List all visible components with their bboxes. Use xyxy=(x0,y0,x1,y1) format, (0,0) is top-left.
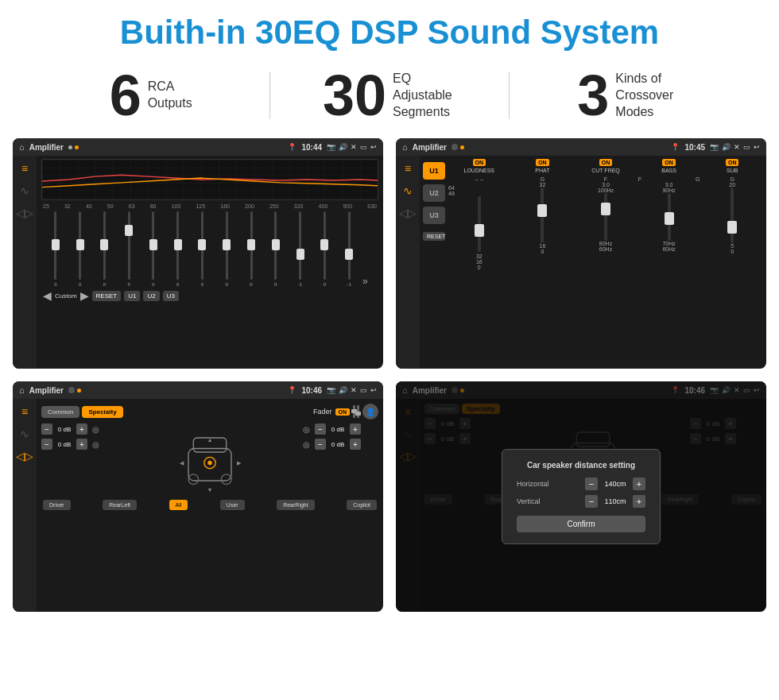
u1-button[interactable]: U1 xyxy=(124,291,140,301)
vol-minus-2[interactable]: − xyxy=(41,439,52,450)
eq-icon[interactable]: ≡ xyxy=(21,162,28,175)
vertical-plus-btn[interactable]: + xyxy=(633,495,645,508)
prev-icon[interactable]: ◀ xyxy=(43,289,52,302)
vol-minus-1[interactable]: − xyxy=(41,423,52,435)
slider-13[interactable]: -1 xyxy=(338,211,360,287)
slider-12[interactable]: 0 xyxy=(313,211,335,287)
wave-icon-2[interactable]: ∿ xyxy=(403,184,413,197)
home-icon-2[interactable]: ⌂ xyxy=(402,142,408,152)
speaker-icon-l2: ◎ xyxy=(92,440,99,449)
camera-icon: 📷 xyxy=(327,143,335,151)
slider-8[interactable]: 0 xyxy=(215,211,238,287)
slider-1[interactable]: 0 xyxy=(45,211,67,287)
stat-number-crossover: 3 xyxy=(577,67,609,124)
topbar-title-fader: Amplifier xyxy=(29,386,64,395)
profile-icon[interactable]: 👤 xyxy=(362,404,378,420)
slider-9[interactable]: 0 xyxy=(240,211,262,287)
cc-cutfreq: ON CUT FREQ F 3.0 100Hz 80Hz 60Hz xyxy=(575,159,637,365)
driver-btn[interactable]: Driver xyxy=(43,500,71,510)
vol-plus-2[interactable]: + xyxy=(76,439,87,450)
stat-number-rca: 6 xyxy=(110,67,141,124)
expand-icon[interactable]: » xyxy=(362,276,375,287)
fader-inner: Common Specialty Fader ON xyxy=(37,399,383,515)
eq-graph xyxy=(41,159,378,200)
home-icon-3[interactable]: ⌂ xyxy=(19,385,25,395)
u1-btn[interactable]: U1 xyxy=(423,162,445,180)
next-icon[interactable]: ▶ xyxy=(80,289,89,302)
vol-plus-1[interactable]: + xyxy=(76,423,87,435)
cc-sub: ON SUB G 20 5 0 xyxy=(701,159,763,365)
reset-button[interactable]: RESET xyxy=(92,291,122,301)
eq-content: 2532405063 80100125160200 25032040050063… xyxy=(37,156,383,369)
topbar-title-crossover: Amplifier xyxy=(413,143,447,152)
window-icon-3: ▭ xyxy=(360,386,367,394)
home-icon[interactable]: ⌂ xyxy=(19,142,25,152)
u3-button[interactable]: U3 xyxy=(163,291,179,301)
vol-plus-3[interactable]: + xyxy=(350,423,361,435)
wave-icon[interactable]: ∿ xyxy=(20,184,29,197)
horizontal-minus-btn[interactable]: − xyxy=(585,478,598,490)
horizontal-plus-btn[interactable]: + xyxy=(633,478,645,490)
vol-minus-4[interactable]: − xyxy=(315,439,326,450)
slider-3[interactable]: 0 xyxy=(94,211,116,287)
dialog-overlay: Car speaker distance setting Horizontal … xyxy=(396,381,766,612)
eq-icon-2[interactable]: ≡ xyxy=(405,162,411,175)
dialog-horizontal-row: Horizontal − 140cm + xyxy=(517,478,645,490)
car-diagram-area: ▲ ▼ ◀ ▶ xyxy=(122,423,298,495)
vol-plus-4[interactable]: + xyxy=(350,439,361,450)
vol-minus-3[interactable]: − xyxy=(315,423,326,435)
camera-icon-2: 📷 xyxy=(710,143,719,151)
close-icon-3: ✕ xyxy=(351,386,357,394)
slider-6[interactable]: 0 xyxy=(167,211,189,287)
u2-btn[interactable]: U2 xyxy=(423,184,445,202)
speaker-icon-2[interactable]: ◁▷ xyxy=(399,207,417,219)
back-icon-2: ↩ xyxy=(754,143,760,151)
left-sidebar-crossover: ≡ ∿ ◁▷ xyxy=(396,156,420,369)
speaker-icon[interactable]: ◁▷ xyxy=(16,207,33,219)
slider-2[interactable]: 0 xyxy=(69,211,91,287)
tab-specialty[interactable]: Specialty xyxy=(82,406,122,418)
slider-4[interactable]: 5 xyxy=(118,211,140,287)
location-icon-3: 📍 xyxy=(288,386,296,394)
u3-btn[interactable]: U3 xyxy=(423,207,445,224)
speaker-icon-3[interactable]: ◁▷ xyxy=(16,450,33,462)
vertical-minus-btn[interactable]: − xyxy=(585,495,598,508)
screen-crossover: ⌂ Amplifier 📍 10:45 📷 🔊 ✕ ▭ ↩ ≡ ∿ ◁▷ xyxy=(396,138,766,369)
slider-10[interactable]: 0 xyxy=(265,211,287,287)
crossover-content: U1 U2 U3 RESET ON LOUDNESS ~~ xyxy=(420,156,766,369)
vol-row-4: ◎ − 0 dB + xyxy=(303,439,378,450)
bass-label: BASS xyxy=(661,168,676,173)
rearright-btn[interactable]: RearRight xyxy=(277,500,315,510)
rearleft-btn[interactable]: RearLeft xyxy=(103,500,137,510)
fader-content: Common Specialty Fader ON xyxy=(37,399,383,612)
screen-fader: ⌂ Amplifier 📍 10:46 📷 🔊 ✕ ▭ ↩ ≡ ∿ ◁▷ xyxy=(13,381,383,612)
on-badge-bass: ON xyxy=(662,159,676,166)
back-icon-3: ↩ xyxy=(370,386,377,394)
fader-main: − 0 dB + ◎ − 0 dB + ◎ xyxy=(41,423,378,495)
user-btn[interactable]: User xyxy=(220,500,245,510)
horizontal-value: 140cm xyxy=(601,480,630,488)
u2-button[interactable]: U2 xyxy=(143,291,159,301)
status-dots-2 xyxy=(452,144,464,150)
vol-val-2: 0 dB xyxy=(55,441,74,448)
bottom-btn-row: Driver RearLeft All User RearRight Copil… xyxy=(41,500,378,510)
topbar-title-eq: Amplifier xyxy=(29,143,64,152)
topbar-icons-eq: 📷 🔊 ✕ ▭ ↩ xyxy=(327,143,377,151)
crossover-layout: ≡ ∿ ◁▷ U1 U2 U3 RESET ON L xyxy=(396,156,766,369)
volume-icon-2: 🔊 xyxy=(722,143,731,151)
tab-common[interactable]: Common xyxy=(41,406,79,418)
fader-on-badge: ON xyxy=(335,408,351,416)
eq-icon-3[interactable]: ≡ xyxy=(21,405,28,418)
status-dots xyxy=(68,145,79,149)
dot1 xyxy=(68,145,72,149)
wave-icon-3[interactable]: ∿ xyxy=(20,427,29,440)
slider-7[interactable]: 0 xyxy=(192,211,214,287)
all-btn[interactable]: All xyxy=(169,500,188,510)
fader-tabs: Common Specialty xyxy=(41,406,123,418)
reset-btn-crossover[interactable]: RESET xyxy=(423,232,445,241)
copilot-btn[interactable]: Copilot xyxy=(347,500,377,510)
dialog-title: Car speaker distance setting xyxy=(517,461,645,470)
confirm-button[interactable]: Confirm xyxy=(517,516,645,532)
slider-5[interactable]: 0 xyxy=(142,211,165,287)
slider-11[interactable]: -1 xyxy=(289,211,312,287)
